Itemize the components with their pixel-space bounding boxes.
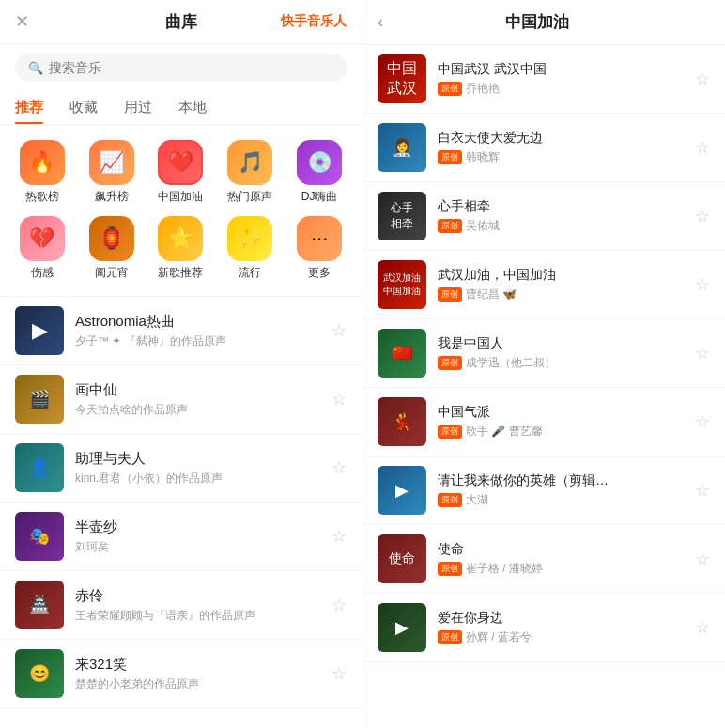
list-item[interactable]: ▶ 请让我来做你的英雄（剪辑… 原创 大湖 ☆ [362,457,725,525]
artist-name: 歌手 🎤 曹艺馨 [466,424,543,440]
list-item[interactable]: 心手相牵 心手相牵 原创 吴佑城 ☆ [362,182,725,251]
category-hot-songs[interactable]: 🔥 热歌榜 [8,134,77,210]
favorite-button[interactable]: ☆ [695,480,710,501]
favorite-button[interactable]: ☆ [332,526,347,547]
tab-local[interactable]: 本地 [178,91,207,124]
artist-name: 吴佑城 [466,218,500,234]
tab-recommend[interactable]: 推荐 [15,91,43,124]
tab-used[interactable]: 用过 [124,91,152,124]
song-subtitle: 今天拍点啥的作品原声 [75,402,320,418]
list-item[interactable]: 🇨🇳 我是中国人 原创 成学迅（他二叔） ☆ [362,319,725,388]
artist-name: 成学迅（他二叔） [466,355,556,371]
category-icon-more: ··· [297,216,342,261]
song-title: 赤伶 [75,587,320,605]
song-thumb: 🎭 [15,512,64,561]
song-info: 半壶纱 刘珂矣 [75,519,320,555]
category-icon-lantern: 🏮 [89,216,134,261]
favorite-button[interactable]: ☆ [695,69,710,89]
favorite-button[interactable]: ☆ [332,663,347,684]
favorite-button[interactable]: ☆ [332,389,347,410]
song-thumb: 🏯 [15,581,64,629]
song-info: 白衣天使大爱无边 原创 韩晓辉 [438,130,684,165]
list-item[interactable]: 😊 来321笑 楚楚的小老弟的作品原声 ☆ [0,640,362,708]
song-info: 武汉加油，中国加油 原创 曹纪昌 🦋 [438,267,684,302]
favorite-button[interactable]: ☆ [695,206,710,226]
song-thumb: 💃 [378,397,426,446]
song-info: 心手相牵 原创 吴佑城 [438,198,684,234]
song-thumb: 中国武汉 [378,54,426,103]
list-item[interactable]: 🏯 赤伶 王者荣耀顾顾与『语亲』的作品原声 ☆ [0,571,362,640]
badge: 原创 [438,562,462,576]
favorite-button[interactable]: ☆ [695,343,710,364]
song-info: 画中仙 今天拍点啥的作品原声 [75,381,320,418]
category-label-lantern: 阖元宵 [95,265,129,281]
song-thumb: ▶ [378,466,426,515]
search-bar[interactable]: 🔍 [15,54,347,82]
list-item[interactable]: 👩‍⚕️ 白衣天使大爱无边 原创 韩晓辉 ☆ [362,114,725,182]
song-sub: 原创 吴佑城 [438,218,684,234]
category-sad[interactable]: 💔 伤感 [8,210,77,287]
song-title: 来321笑 [75,656,320,674]
category-rising[interactable]: 📈 飙升榜 [77,134,147,210]
song-sub: 原创 曹纪昌 🦋 [438,287,684,302]
list-item[interactable]: ▶ Astronomia热曲 夕子™ ✦ 『弑神』的作品原声 ☆ [0,297,362,365]
list-item[interactable]: 👤 助理与夫人 kinn.君君（小依）的作品原声 ☆ [0,434,362,503]
category-new-songs[interactable]: ⭐ 新歌推荐 [147,210,216,287]
song-thumb: 😊 [15,649,64,698]
artist-name: 崔子格 / 潘晓婷 [466,561,543,577]
song-subtitle: 王者荣耀顾顾与『语亲』的作品原声 [75,608,320,624]
list-item[interactable]: 🎬 画中仙 今天拍点啥的作品原声 ☆ [0,365,362,434]
category-hot-original[interactable]: 🎵 热门原声 [215,134,285,210]
list-item[interactable]: 使命 使命 原创 崔子格 / 潘晓婷 ☆ [362,525,725,594]
list-item[interactable]: 中国武汉 中国武汉 武汉中国 原创 乔艳艳 ☆ [362,45,725,114]
left-panel: ✕ 曲库 快手音乐人 🔍 推荐 收藏 用过 本地 🔥 热歌榜 📈 飙升榜 ❤️ … [0,0,362,728]
song-sub: 原创 歌手 🎤 曹艺馨 [438,424,684,440]
song-thumb: ▶ [15,306,64,355]
song-title: 半壶纱 [75,519,320,536]
category-icon-pop: ✨ [227,216,272,261]
category-label-rising: 飙升榜 [95,189,129,205]
badge: 原创 [438,630,462,644]
favorite-button[interactable]: ☆ [332,457,347,478]
song-sub: 原创 乔艳艳 [438,81,684,97]
artist-name: 大湖 [466,492,488,508]
favorite-button[interactable]: ☆ [332,595,347,615]
category-lantern[interactable]: 🏮 阖元宵 [77,210,147,287]
category-icon-hot-original: 🎵 [227,140,272,185]
list-item[interactable]: 💃 中国气派 原创 歌手 🎤 曹艺馨 ☆ [362,388,725,457]
song-title: 爱在你身边 [438,610,684,627]
song-sub: 原创 成学迅（他二叔） [438,355,684,371]
left-song-list: ▶ Astronomia热曲 夕子™ ✦ 『弑神』的作品原声 ☆ 🎬 画中仙 今… [0,297,362,728]
back-button[interactable]: ‹ [378,12,383,32]
search-input[interactable] [49,60,333,75]
song-thumb: ▶ [378,603,426,652]
category-dj[interactable]: 💿 DJ嗨曲 [285,134,354,210]
tab-collect[interactable]: 收藏 [69,91,98,124]
song-info: 中国武汉 武汉中国 原创 乔艳艳 [438,61,684,97]
favorite-button[interactable]: ☆ [332,320,347,341]
category-icon-rising: 📈 [89,140,134,185]
category-label-china-cheer: 中国加油 [158,189,203,205]
category-icon-sad: 💔 [20,216,65,261]
song-title: 武汉加油，中国加油 [438,267,684,284]
close-button[interactable]: ✕ [15,11,29,32]
category-label-new-songs: 新歌推荐 [158,265,203,281]
category-icon-new-songs: ⭐ [158,216,203,261]
list-item[interactable]: ▶ 爱在你身边 原创 孙辉 / 蓝若兮 ☆ [362,594,725,662]
category-pop[interactable]: ✨ 流行 [215,210,285,287]
category-icon-hot: 🔥 [20,140,65,185]
category-more[interactable]: ··· 更多 [285,210,354,287]
favorite-button[interactable]: ☆ [695,274,710,295]
song-title: 助理与夫人 [75,450,320,468]
favorite-button[interactable]: ☆ [695,137,710,158]
category-grid: 🔥 热歌榜 📈 飙升榜 ❤️ 中国加油 🎵 热门原声 💿 DJ嗨曲 💔 伤感 🏮… [0,125,362,297]
category-china-cheer[interactable]: ❤️ 中国加油 [147,134,216,210]
category-label-hot: 热歌榜 [25,189,59,205]
badge: 原创 [438,356,462,370]
list-item[interactable]: 🎭 半壶纱 刘珂矣 ☆ [0,503,362,571]
favorite-button[interactable]: ☆ [695,617,710,638]
favorite-button[interactable]: ☆ [695,411,710,432]
favorite-button[interactable]: ☆ [695,549,710,569]
tabs: 推荐 收藏 用过 本地 [0,91,362,125]
list-item[interactable]: 武汉加油中国加油 武汉加油，中国加油 原创 曹纪昌 🦋 ☆ [362,251,725,319]
